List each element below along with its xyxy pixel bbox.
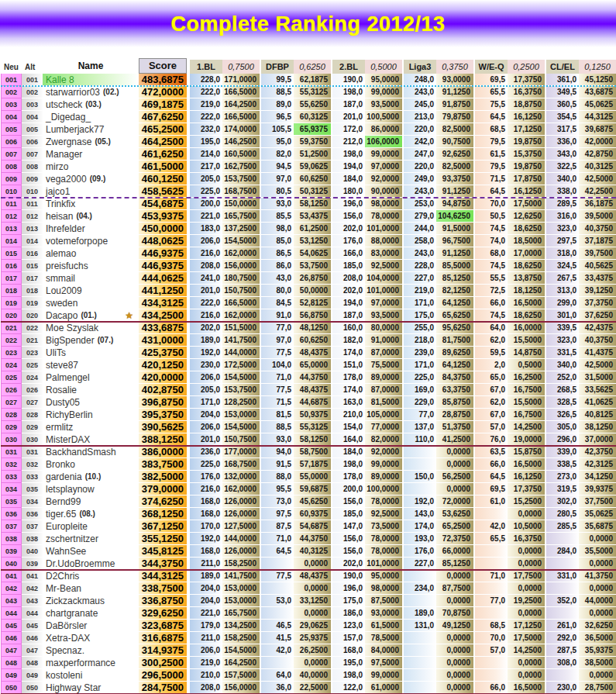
rank-old-cell[interactable]: 041 [22, 570, 43, 582]
raw-value-cell[interactable]: 241,0 [190, 272, 222, 285]
raw-value-cell[interactable]: 164,0 [332, 433, 365, 446]
weighted-value-cell[interactable]: 105,0000 [365, 409, 402, 421]
weighted-value-cell[interactable]: 64,1250 [436, 297, 473, 309]
player-name-cell[interactable]: Xetra-DAX [43, 632, 139, 644]
weighted-value-cell[interactable]: 37,1875 [579, 235, 616, 247]
raw-value-cell[interactable]: 163,0 [332, 396, 365, 409]
raw-value-cell[interactable]: 68,5 [475, 123, 508, 136]
raw-value-cell[interactable]: 174,0 [332, 384, 365, 396]
raw-value-cell[interactable] [404, 446, 436, 458]
raw-value-cell[interactable]: 317,5 [546, 123, 579, 136]
weighted-value-cell[interactable]: 53,6250 [436, 508, 473, 520]
raw-value-cell[interactable]: 198,0 [332, 669, 365, 682]
raw-value-cell[interactable]: 206,0 [190, 644, 222, 657]
rank-old-cell[interactable]: 021 [22, 334, 43, 347]
rank-new-cell[interactable]: 046 [1, 632, 22, 644]
weighted-value-cell[interactable]: 0,0000 [579, 669, 616, 682]
weighted-value-cell[interactable]: 91,1250 [436, 86, 473, 98]
raw-value-cell[interactable]: 252,0 [546, 371, 579, 384]
raw-value-cell[interactable]: 66,0 [475, 458, 508, 471]
raw-value-cell[interactable]: 339,0 [546, 446, 579, 458]
weighted-value-cell[interactable]: 91,5000 [436, 223, 473, 235]
raw-value-cell[interactable]: 147,0 [332, 520, 365, 533]
raw-value-cell[interactable]: 170,0 [190, 520, 222, 533]
raw-value-cell[interactable]: 93,0 [261, 433, 294, 446]
raw-value-cell[interactable]: 313,0 [546, 285, 579, 297]
player-name-cell[interactable]: Mr-Bean [43, 582, 139, 595]
score-cell[interactable]: 314,9375 [139, 644, 187, 657]
weighted-value-cell[interactable]: 84,3750 [436, 371, 473, 384]
weighted-value-cell[interactable]: 80,0000 [365, 322, 402, 334]
rank-old-cell[interactable]: 033 [22, 471, 43, 483]
weighted-value-cell[interactable]: 97,0000 [365, 161, 402, 173]
weighted-value-cell[interactable]: 95,0000 [365, 570, 402, 582]
weighted-value-cell[interactable]: 44,0000 [579, 595, 616, 607]
raw-value-cell[interactable]: 338,5 [546, 458, 579, 471]
raw-value-cell[interactable]: 211,0 [190, 632, 222, 644]
raw-value-cell[interactable]: 220,0 [404, 161, 436, 173]
rank-old-cell[interactable]: 038 [22, 533, 43, 545]
player-name-cell[interactable]: mirzo [43, 161, 139, 173]
weighted-value-cell[interactable]: 171,0000 [222, 74, 260, 86]
weighted-value-cell[interactable]: 0,0000 [508, 558, 545, 570]
raw-value-cell[interactable]: 219,0 [190, 98, 222, 111]
weighted-value-cell[interactable]: 41,0625 [579, 396, 616, 409]
weighted-value-cell[interactable]: 162,7500 [222, 161, 260, 173]
weighted-value-cell[interactable]: 82,1250 [436, 285, 473, 297]
rank-old-cell[interactable]: 049 [22, 669, 43, 682]
raw-value-cell[interactable]: 225,0 [190, 458, 222, 471]
player-name-cell[interactable]: smmail [43, 272, 139, 285]
raw-value-cell[interactable]: 220,0 [404, 123, 436, 136]
score-cell[interactable]: 431,0000 [139, 334, 187, 347]
score-cell[interactable]: 461,6250 [139, 148, 187, 161]
weighted-value-cell[interactable]: 92,5000 [365, 508, 402, 520]
score-cell[interactable]: 460,1250 [139, 173, 187, 185]
weighted-value-cell[interactable]: 48,1250 [294, 322, 331, 334]
weighted-value-cell[interactable]: 16,3750 [508, 86, 545, 98]
player-name-cell[interactable]: Dr.UdoBroemme [43, 558, 139, 570]
weighted-value-cell[interactable]: 89,6250 [436, 347, 473, 359]
raw-value-cell[interactable]: 75,5 [475, 98, 508, 111]
score-cell[interactable]: 355,1250 [139, 533, 187, 545]
raw-value-cell[interactable]: 57,0 [475, 421, 508, 433]
raw-value-cell[interactable]: 221,0 [190, 210, 222, 223]
header-rank-old[interactable]: Alt [22, 63, 43, 74]
rank-old-cell[interactable]: 013 [22, 223, 43, 235]
weighted-value-cell[interactable]: 150,7500 [222, 285, 260, 297]
score-cell[interactable]: 434,3125 [139, 297, 187, 309]
rank-old-cell[interactable]: 026 [22, 384, 43, 396]
raw-value-cell[interactable]: 198,0 [332, 458, 365, 471]
weighted-value-cell[interactable]: 98,0000 [365, 582, 402, 595]
weighted-value-cell[interactable]: 154,5000 [222, 421, 260, 433]
raw-value-cell[interactable]: 299,0 [546, 297, 579, 309]
rank-new-cell[interactable]: 038 [1, 533, 22, 545]
weighted-value-cell[interactable]: 172,5000 [222, 359, 260, 371]
rank-new-cell[interactable]: 021 [1, 322, 22, 334]
raw-value-cell[interactable] [475, 558, 508, 570]
header-weight-weq[interactable]: 0,2500 [508, 60, 545, 74]
weighted-value-cell[interactable]: 17,1250 [508, 123, 545, 136]
score-cell[interactable]: 344,3125 [139, 570, 187, 582]
raw-value-cell[interactable]: 156,0 [332, 495, 365, 508]
weighted-value-cell[interactable]: 35,5000 [579, 545, 616, 558]
weighted-value-cell[interactable]: 17,3750 [508, 483, 545, 495]
weighted-value-cell[interactable]: 45,0625 [579, 98, 616, 111]
raw-value-cell[interactable]: 77,0 [261, 322, 294, 334]
raw-value-cell[interactable]: 80,5 [261, 185, 294, 198]
weighted-value-cell[interactable]: 26,8750 [294, 272, 331, 285]
weighted-value-cell[interactable]: 93,5000 [365, 309, 402, 322]
raw-value-cell[interactable]: 77,5 [261, 570, 294, 582]
weighted-value-cell[interactable]: 35,9375 [579, 644, 616, 657]
weighted-value-cell[interactable]: 42,4375 [579, 322, 616, 334]
raw-value-cell[interactable]: 176,0 [190, 471, 222, 483]
raw-value-cell[interactable]: 187,0 [332, 98, 365, 111]
raw-value-cell[interactable]: 43,0 [261, 272, 294, 285]
raw-value-cell[interactable]: 236,0 [190, 446, 222, 458]
weighted-value-cell[interactable]: 44,6875 [294, 396, 331, 409]
weighted-value-cell[interactable]: 166,5000 [222, 86, 260, 98]
weighted-value-cell[interactable]: 16,1250 [508, 111, 545, 123]
raw-value-cell[interactable]: 137,0 [404, 421, 436, 433]
header-weight-dfbp[interactable]: 0,6250 [294, 60, 331, 74]
raw-value-cell[interactable]: 166,0 [332, 247, 365, 260]
weighted-value-cell[interactable]: 99,0000 [365, 669, 402, 682]
